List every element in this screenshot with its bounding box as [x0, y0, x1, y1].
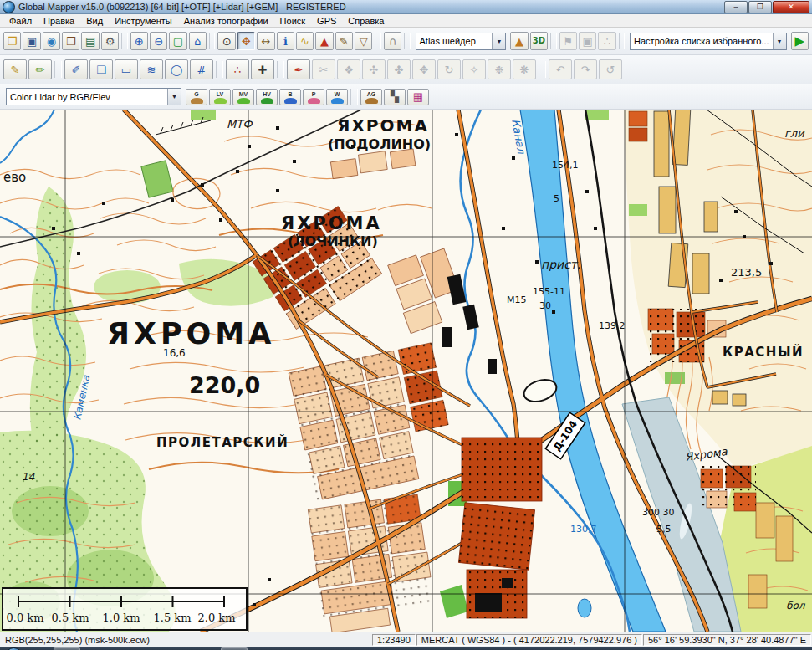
maximize-button[interactable]: ❐ [748, 1, 772, 13]
shader-combo[interactable]: Atlas шейдер▼ [416, 33, 507, 50]
firefox-icon[interactable]: ◉ [138, 647, 163, 650]
save-workspace-button[interactable]: ▣ [23, 32, 40, 50]
menu-item-0[interactable]: Файл [3, 16, 38, 26]
create-range-rings-icon: ✒ [294, 64, 304, 75]
lidar-low-vegetation-filter[interactable]: LV [209, 89, 231, 105]
zoom-last-view-button[interactable]: ⌂ [189, 32, 207, 50]
lidar-ground-filter[interactable]: G [186, 89, 207, 105]
measure-tool-button[interactable]: ↔ [257, 32, 274, 50]
menu-item-2[interactable]: Вид [80, 16, 109, 26]
lidar-water-filter-icon [331, 98, 344, 104]
digitizer-tool-icon: ✎ [340, 36, 349, 47]
digitizer-move-selected-button[interactable]: ✏ [28, 59, 52, 79]
media-player-icon[interactable]: ▶ [110, 647, 135, 650]
menu-item-7[interactable]: Справка [342, 16, 390, 26]
krasnyy-title: КРАСНЫЙ [723, 344, 804, 360]
zoom-tool-icon: ⊙ [222, 36, 232, 47]
open-online-data-button[interactable]: ◉ [43, 32, 60, 50]
digitizer-tool-button[interactable]: ✎ [335, 32, 353, 50]
lidar-power-filter[interactable]: P [303, 89, 324, 105]
create-range-rings-button[interactable]: ✒ [287, 59, 310, 79]
dropdown-arrow-icon[interactable]: ▼ [167, 89, 181, 105]
toolbar-separator [350, 89, 358, 105]
title-bar[interactable]: Global Mapper v15.0 (b092213) [64-bit] [… [0, 0, 812, 14]
scale-label-0: 0.0 km [6, 612, 43, 624]
menu-item-1[interactable]: Правка [38, 16, 80, 26]
create-line-feature-button[interactable]: ✐ [64, 59, 88, 79]
office-app-icon[interactable]: ◆ [166, 647, 191, 650]
redo-digitizer-button: ↷ [574, 59, 597, 79]
geocalc-mode-icon: ∩ [389, 36, 397, 47]
lidar-water-filter[interactable]: W [326, 89, 348, 105]
run-favorite-button[interactable]: ▶ [791, 32, 809, 50]
pan-tool-button[interactable]: ✥ [237, 32, 255, 50]
mark-154-1: 154,1 [552, 160, 579, 171]
menu-item-6[interactable]: GPS [311, 16, 342, 26]
show-metadata-button[interactable]: ❒ [62, 32, 79, 50]
snap-tool-button: ❋ [513, 59, 536, 79]
minimize-button[interactable]: – [724, 1, 748, 13]
open-data-file-button[interactable]: ❐ [3, 32, 21, 50]
dropdown-arrow-icon[interactable]: ▼ [492, 33, 505, 49]
zoom-out-button[interactable]: ⊖ [150, 32, 167, 50]
menu-item-4[interactable]: Анализ топографии [178, 16, 274, 26]
mark-5-5: 5,5 [656, 524, 672, 535]
zoom-full-view-button[interactable]: ▢ [169, 32, 186, 50]
calculator-icon[interactable]: ▦ [83, 647, 108, 650]
lidar-high-vegetation-filter[interactable]: HV [256, 89, 278, 105]
favorites-combo[interactable]: Настройка списка избранного...▼ [630, 33, 786, 50]
create-point-at-cursor-button[interactable]: ✚ [251, 59, 274, 79]
hill-shading-toggle-button[interactable]: ▲ [510, 32, 528, 50]
map-canvas[interactable]: Д-104 евоМТФЯХРОМА(ПОДОЛИНО)ЯХРОМА(ЛОЧИН… [0, 110, 812, 632]
feature-info-tool-button[interactable]: ℹ [277, 32, 294, 50]
feature-info-tool-icon: ℹ [283, 36, 288, 47]
toolbar-separator [277, 61, 284, 78]
open-online-data-icon: ◉ [47, 36, 56, 47]
windows-explorer-icon[interactable]: ▤ [54, 647, 80, 650]
scale-label-3: 1.5 km [153, 612, 191, 624]
overlay-control-center-button[interactable]: ▤ [81, 32, 99, 50]
configure-button[interactable]: ⚙ [101, 32, 119, 50]
create-circle-feature-button[interactable]: ◯ [165, 59, 188, 79]
status-bar: RGB(255,255,255) (msk-500k.ecw) 1:23490 … [0, 632, 812, 647]
lidar-color-combo[interactable]: Color Lidar by RGB/Elev▼ [6, 88, 181, 105]
clear-selection-tool-button[interactable]: ▽ [355, 32, 372, 50]
combine-features-icon: ❖ [344, 64, 354, 75]
internet-explorer-icon[interactable]: e [26, 647, 51, 650]
lidar-building-filter[interactable]: B [279, 89, 301, 105]
lidar-color-combo-value: Color Lidar by RGB/Elev [7, 92, 167, 102]
lidar-building-filter-icon [284, 98, 297, 104]
crop-features-button: ✤ [387, 59, 411, 79]
lidar-medium-vegetation-filter[interactable]: MV [232, 89, 254, 105]
path-profile-tool-button[interactable]: ∿ [296, 32, 314, 50]
toolbar-separator [54, 61, 62, 78]
lidar-filter-points-button[interactable]: ▚ [384, 89, 406, 105]
digitizer-edit-selected-button[interactable]: ✎ [3, 59, 27, 79]
global-mapper-icon[interactable]: ◐ [221, 647, 248, 650]
close-button[interactable]: ✕ [773, 1, 809, 13]
create-line-feature-icon: ✐ [72, 64, 81, 75]
menu-item-3[interactable]: Инструменты [109, 16, 178, 26]
proletarskiy-title: ПРОЛЕТАРСКИЙ [156, 434, 289, 450]
geocalc-mode-button[interactable]: ∩ [384, 32, 401, 50]
elevation-16-6: 16,6 [163, 347, 186, 359]
dropdown-arrow-icon[interactable]: ▼ [773, 33, 786, 49]
crop-features-icon: ✤ [395, 64, 404, 75]
create-rectangle-feature-button[interactable]: ▭ [115, 59, 138, 79]
redo-digitizer-icon: ↷ [581, 64, 590, 75]
lidar-auto-classify-ground[interactable]: AG [360, 89, 382, 105]
zoom-tool-button[interactable]: ⊙ [217, 32, 235, 50]
lock-300-30: 300 30 [642, 507, 675, 518]
canal-mark-5: 5 [554, 193, 559, 204]
create-point-feature-button[interactable]: ∴ [226, 59, 249, 79]
create-freehand-line-button[interactable]: ≋ [140, 59, 163, 79]
zoom-in-button[interactable]: ⊕ [130, 32, 148, 50]
menu-item-5[interactable]: Поиск [274, 16, 311, 26]
view-shed-tool-button[interactable]: ▲ [315, 32, 333, 50]
cut-selected-features-button: ✂ [312, 59, 335, 79]
lidar-grid-statistics-button[interactable]: ▦ [407, 89, 429, 105]
create-grid-feature-button[interactable]: # [190, 59, 213, 79]
view-3d-button[interactable]: 3D [530, 32, 548, 50]
skype-icon[interactable]: S [193, 647, 218, 650]
create-area-feature-button[interactable]: ❏ [89, 59, 113, 79]
